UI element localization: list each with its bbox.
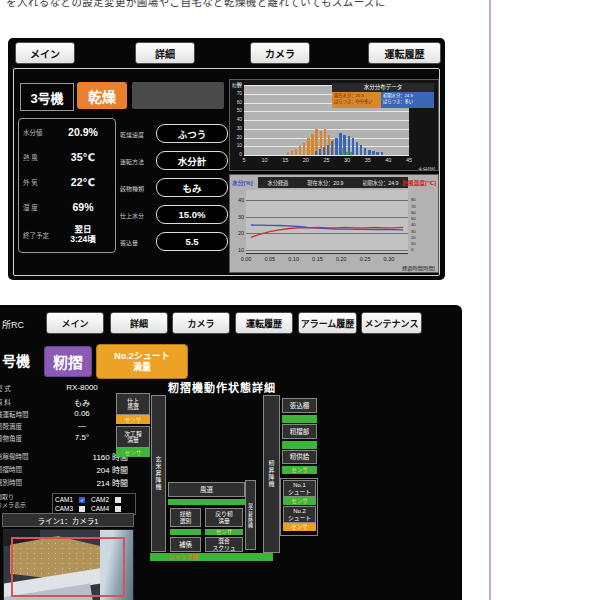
trend-lines-svg: [246, 190, 408, 253]
histogram-bar: [311, 134, 313, 155]
trend-header-item: 水分経過: [268, 179, 289, 186]
stat-label: 熱 風: [23, 152, 55, 162]
diagram-unit-bale-unit: 補俵: [170, 537, 201, 552]
trend-x-tick: 0.15: [307, 256, 327, 262]
nav-camera-button[interactable]: カメラ: [172, 312, 230, 334]
histogram-bar: [291, 151, 293, 155]
trend-x-tick: 0.10: [284, 256, 304, 262]
setting-label: 張込量: [120, 238, 156, 247]
histogram-bar: [368, 150, 370, 155]
dryer-empty-slot: [132, 82, 224, 109]
histogram-bar: [346, 152, 348, 156]
dryer-status-board: 3号機 乾燥 水分値20.9%熱 風35℃外 気22℃湿 度69%終了予定翌日 …: [13, 68, 440, 276]
histogram-x-tick: 30: [340, 157, 354, 163]
diagram-unit-mixing-screw: 混合 スクリュ: [205, 537, 243, 552]
stat-row: 外 気22℃: [23, 176, 111, 188]
diagram-unit-rocking-separator: 揺動 選別: [170, 508, 201, 527]
huller-flow-diagram: 仕上 風選センサ次工程 満量センサ玄米昇降機混合昇降機籾昇降機風選揺動 選別戻り…: [0, 305, 462, 600]
diagram-unit-paddy-supply: 籾供給: [282, 450, 317, 464]
diagram-elevator-paddy-elevator: 籾昇降機: [263, 395, 280, 553]
stat-row: 湿 度69%: [23, 201, 111, 213]
dryer-monitor-panel: 3号機 乾燥 水分値20.9%熱 風35℃外 気22℃湿 度69%終了予定翌日 …: [8, 38, 445, 280]
nav-main-button[interactable]: メイン: [15, 42, 75, 64]
setting-label: 仕上水分: [120, 211, 156, 220]
column-divider: [489, 0, 491, 600]
histogram-legend-entry: 現在水分：20.9ばらつき：やや多い: [332, 92, 381, 108]
nav-operation-history-button[interactable]: 運転履歴: [235, 312, 293, 334]
trend-x-tick: 0.00: [236, 256, 256, 262]
stat-row: 水分値20.9%: [23, 126, 111, 138]
histogram-y-tick: 60: [230, 100, 242, 105]
diagram-elevator-brown-rice-elevator: 玄米昇降機: [151, 395, 166, 552]
stat-label: 水分値: [23, 127, 55, 137]
diagram-unit-chute-1: No.1 シュート: [283, 480, 316, 497]
histogram-bar: [360, 145, 362, 155]
trend-x-tick: 0.25: [355, 256, 375, 262]
stat-value: 35℃: [55, 151, 111, 163]
trend-y-right-tick: 70: [411, 204, 416, 209]
stat-value: 翌日 3:24頃: [55, 225, 111, 245]
trend-y-left-tick: 20: [232, 230, 244, 236]
trend-x-tick: 0.20: [331, 256, 351, 262]
stat-label: 外 気: [23, 177, 55, 187]
histogram-x-axis-label: 水分[%]: [418, 165, 435, 171]
histogram-bar: [287, 152, 289, 155]
histogram-y-axis-label: 粒数: [232, 81, 242, 88]
stat-value: 22℃: [55, 176, 111, 188]
histogram-x-tick: 45: [402, 157, 416, 163]
histogram-gridline: [244, 155, 409, 156]
histogram-bar: [327, 145, 329, 156]
moisture-histogram: 0102030405060708051015202530354045粒数水分[%…: [229, 79, 439, 171]
diagram-status-finish-winnower: センサ: [116, 415, 150, 424]
diagram-status-chute-1: センサ: [283, 497, 316, 505]
stat-label: 終了予定: [23, 230, 55, 240]
nav-alarm-history-button[interactable]: アラーム履歴: [298, 312, 357, 334]
huller-monitor-panel: 所RC 号機 籾摺 No.2シュート 満量 型 式RX-8000原 料もみ残運転…: [0, 305, 462, 600]
histogram-x-tick: 15: [278, 157, 292, 163]
trend-header-bar: 水分経過現在水分：20.9初期水分：24.9: [258, 177, 408, 188]
trend-x-tick: 0.30: [379, 256, 399, 262]
nav-main-button[interactable]: メイン: [46, 312, 104, 334]
nav-camera-button[interactable]: カメラ: [250, 42, 310, 64]
screenshot-root: を入れるなどの設定変更が圃場やご自宅など乾燥機と離れていてもスムーズに 3号機 …: [0, 0, 600, 600]
histogram-gridline: [244, 111, 409, 112]
histogram-bar: [376, 152, 378, 156]
dryer-mode-badge: 乾燥: [77, 82, 127, 109]
trend-y-right-tick: 0: [411, 247, 413, 252]
histogram-y-tick: 50: [230, 108, 242, 113]
diagram-status-chute-2: センサ: [283, 523, 316, 531]
histogram-y-tick: 20: [230, 135, 242, 140]
histogram-legend-title: 水分分布データ: [332, 83, 434, 92]
diagram-status-hulling-section: [282, 441, 317, 449]
moisture-trend-chart: 10203040010203040506070800.000.050.100.1…: [229, 174, 439, 273]
histogram-bar: [372, 151, 374, 155]
trend-y-left-label: 水分[%]: [232, 178, 253, 187]
trend-header-item: 現在水分：20.9: [307, 179, 343, 186]
nav-operation-history-button[interactable]: 運転履歴: [368, 42, 441, 64]
histogram-legend-entry: 初期水分：24.9ばらつき：多い: [381, 92, 434, 108]
histogram-bar: [303, 143, 305, 155]
trend-y-right-tick: 80: [411, 197, 416, 202]
nav-maintenance-button[interactable]: メンテナンス: [361, 312, 422, 334]
dryer-machine-name: 3号機: [20, 83, 74, 111]
diagram-unit-finish-winnower: 仕上 風選: [116, 393, 150, 415]
setting-value-box: 15.0%: [156, 205, 228, 224]
setting-label: 穀物種類: [120, 184, 156, 193]
histogram-bar: [315, 151, 317, 155]
histogram-gridline: [244, 129, 409, 130]
diagram-unit-return-paddy-full: 戻り籾 満量: [205, 508, 243, 527]
nav-details-button[interactable]: 詳細: [110, 312, 168, 334]
stat-value: 20.9%: [55, 126, 111, 138]
trend-x-tick: 0.05: [260, 256, 280, 262]
diagram-status-winnower: [168, 499, 245, 505]
histogram-bar: [342, 152, 344, 155]
nav-details-button[interactable]: 詳細: [135, 42, 195, 64]
histogram-gridline: [244, 120, 409, 121]
trend-y-right-label: 熱風温度[℃]: [402, 178, 436, 187]
histogram-y-tick: 40: [230, 117, 242, 122]
trend-y-left-tick: 10: [232, 247, 244, 253]
diagram-unit-next-process-full: 次工程 満量: [116, 426, 150, 448]
stat-label: 湿 度: [23, 202, 55, 212]
histogram-y-tick: 30: [230, 126, 242, 131]
trend-y-right-tick: 50: [411, 216, 416, 221]
